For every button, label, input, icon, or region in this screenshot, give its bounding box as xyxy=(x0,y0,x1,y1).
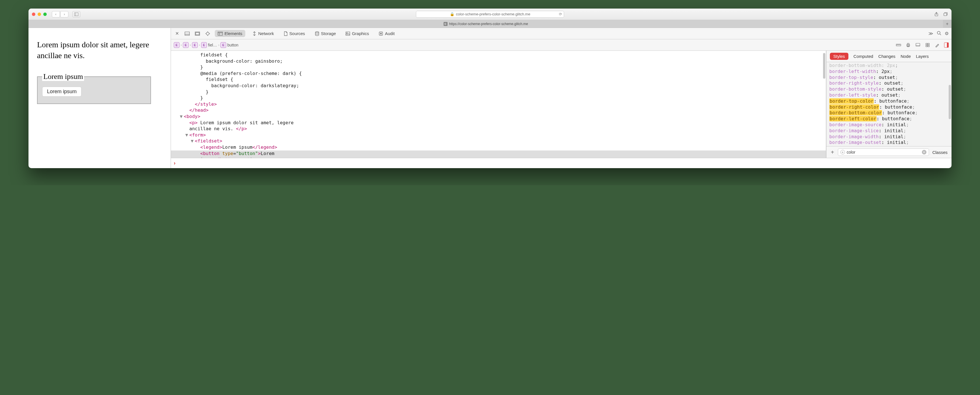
tab-graphics-label: Graphics xyxy=(352,31,369,36)
browser-tab[interactable]: C https://color-scheme-prefers-color-sch… xyxy=(29,20,943,28)
dom-line[interactable]: background-color: gainsboro; xyxy=(171,58,826,64)
svg-rect-33 xyxy=(928,43,929,45)
minimize-window-icon[interactable] xyxy=(38,13,41,16)
nav-buttons: ‹ › xyxy=(52,11,68,18)
page-button[interactable]: Lorem ipsum xyxy=(42,87,81,97)
dock-bottom-icon[interactable] xyxy=(184,30,190,37)
tab-graphics[interactable]: Graphics xyxy=(343,30,372,37)
css-property-row[interactable]: border-bottom-style: outset; xyxy=(829,86,949,92)
breadcrumb-item[interactable]: E xyxy=(174,42,180,48)
css-property-row[interactable]: border-top-color: buttonface; xyxy=(829,98,949,104)
window-controls xyxy=(32,13,47,16)
console-drawer[interactable]: › xyxy=(171,158,951,168)
css-property-row[interactable]: border-top-style: outset; xyxy=(829,75,949,81)
css-properties-list[interactable]: border-bottom-width: 2px; border-left-wi… xyxy=(826,62,951,147)
scrollbar[interactable] xyxy=(949,85,951,119)
svg-rect-4 xyxy=(185,32,189,35)
gear-icon[interactable]: ⚙ xyxy=(945,31,949,36)
css-property-row[interactable]: border-image-outset: initial; xyxy=(829,140,949,146)
dom-line[interactable]: fieldset { xyxy=(171,52,826,58)
reload-icon[interactable]: ⟳ xyxy=(559,12,562,16)
rulers-icon[interactable] xyxy=(896,42,901,48)
tab-elements[interactable]: Elements xyxy=(215,30,245,37)
breadcrumb-item[interactable]: E xyxy=(183,42,189,48)
dom-line[interactable]: </head> xyxy=(171,107,826,113)
css-property-row[interactable]: border-image-source: initial; xyxy=(829,122,949,128)
new-rule-button[interactable]: + xyxy=(829,149,835,155)
print-icon[interactable] xyxy=(905,42,911,48)
dom-line[interactable]: ▼<fieldset> xyxy=(171,138,826,144)
dom-line[interactable]: </style> xyxy=(171,101,826,107)
address-bar[interactable]: 🔒 color-scheme-prefers-color-scheme.glit… xyxy=(416,11,564,18)
svg-line-21 xyxy=(940,34,941,35)
dom-tree[interactable]: fieldset { background-color: gainsboro; … xyxy=(171,51,826,158)
console-prompt-icon: › xyxy=(174,160,175,166)
styles-filter-input[interactable]: ≡ color ✕ xyxy=(838,148,929,156)
css-property-row[interactable]: border-right-color: buttonface; xyxy=(829,104,949,110)
close-window-icon[interactable] xyxy=(32,13,35,16)
element-badge-icon: E xyxy=(201,42,207,48)
svg-rect-0 xyxy=(75,13,78,16)
close-inspector-icon[interactable]: ✕ xyxy=(174,30,180,37)
css-property-row[interactable]: border-image-width: initial; xyxy=(829,134,949,140)
breadcrumb-item[interactable]: Ebutton xyxy=(221,42,239,48)
styles-tab-computed[interactable]: Computed xyxy=(854,54,873,59)
share-icon[interactable] xyxy=(934,12,939,17)
zoom-window-icon[interactable] xyxy=(43,13,47,16)
css-property-row[interactable]: border-bottom-width: 2px; xyxy=(829,63,949,68)
page-paragraph: Lorem ipsum dolor sit amet, legere ancil… xyxy=(37,39,162,61)
styles-tab-changes[interactable]: Changes xyxy=(878,54,896,59)
css-property-row[interactable]: border-right-style: outset; xyxy=(829,80,949,86)
element-badge-icon: E xyxy=(192,42,198,48)
web-inspector: ✕ Elements Network Sources xyxy=(171,28,951,168)
dom-line[interactable]: @media (prefers-color-scheme: dark) { xyxy=(171,70,826,76)
breadcrumb-item[interactable]: E xyxy=(192,42,198,48)
tab-sources-label: Sources xyxy=(290,31,305,36)
tab-network[interactable]: Network xyxy=(249,30,277,37)
dom-line[interactable]: ▼<body> xyxy=(171,113,826,120)
favicon-icon: C xyxy=(444,22,447,26)
dom-line[interactable]: } xyxy=(171,89,826,95)
tab-audit[interactable]: Audit xyxy=(376,30,398,37)
tab-sources[interactable]: Sources xyxy=(281,30,308,37)
sidebar-toggle-button[interactable] xyxy=(72,11,80,18)
dom-line[interactable]: <button type="button">Lorem xyxy=(171,150,826,157)
back-button[interactable]: ‹ xyxy=(52,11,60,18)
dom-line[interactable]: fieldset { xyxy=(171,76,826,83)
dom-line[interactable]: <p> Lorem ipsum dolor sit amet, legere xyxy=(171,120,826,126)
scrollbar[interactable] xyxy=(823,53,825,79)
target-icon[interactable] xyxy=(205,30,211,37)
new-tab-button[interactable]: + xyxy=(943,20,951,28)
dom-line[interactable]: ipsum</button> = $0 xyxy=(171,156,826,158)
dock-right-icon[interactable] xyxy=(194,30,200,37)
tabs-overview-icon[interactable] xyxy=(943,12,948,17)
grid-icon[interactable] xyxy=(925,42,931,48)
dom-line[interactable]: } xyxy=(171,95,826,101)
dom-line[interactable]: ▼<form> xyxy=(171,132,826,138)
dom-line[interactable]: background-color: darkslategray; xyxy=(171,83,826,89)
dom-line[interactable]: ancillae ne vis. </p> xyxy=(171,126,826,132)
filter-value: color xyxy=(847,150,855,154)
classes-button[interactable]: Classes xyxy=(931,150,949,155)
styles-tab-styles[interactable]: Styles xyxy=(830,53,848,60)
css-property-row[interactable]: border-bottom-color: buttonface; xyxy=(829,110,949,116)
paint-icon[interactable] xyxy=(934,42,940,48)
css-property-row[interactable]: border-left-color: buttonface; xyxy=(829,116,949,122)
overflow-icon[interactable]: ≫ xyxy=(928,31,933,36)
styles-tab-node[interactable]: Node xyxy=(900,54,911,59)
styles-tab-layers[interactable]: Layers xyxy=(916,54,929,59)
dom-line[interactable]: } xyxy=(171,64,826,70)
breadcrumb-item[interactable]: Efiel… xyxy=(201,42,217,48)
css-property-row[interactable]: border-left-width: 2px; xyxy=(829,68,949,75)
forward-button[interactable]: › xyxy=(60,11,68,18)
css-property-row[interactable]: border-image-slice: initial; xyxy=(829,128,949,134)
clear-filter-icon[interactable]: ✕ xyxy=(922,150,926,154)
toggle-styles-sidebar-icon[interactable] xyxy=(944,43,949,48)
css-property-row[interactable]: border-left-style: outset; xyxy=(829,92,949,98)
tab-storage[interactable]: Storage xyxy=(312,30,339,37)
device-icon[interactable] xyxy=(915,42,921,48)
lock-icon: 🔒 xyxy=(450,12,454,16)
css-property-row[interactable]: border-image-repeat: initial; xyxy=(829,146,949,147)
dom-line[interactable]: <legend>Lorem ipsum</legend> xyxy=(171,144,826,150)
search-icon[interactable] xyxy=(937,31,941,37)
